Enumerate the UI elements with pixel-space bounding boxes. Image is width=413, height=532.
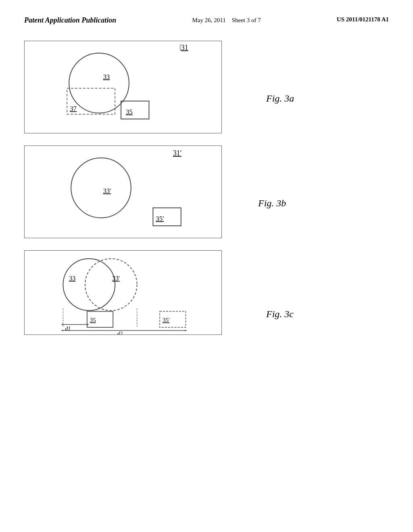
header-sheet: Sheet 3 of 7 <box>232 17 261 23</box>
fig-3a-label: Fig. 3a <box>266 93 294 104</box>
label-37: 37 <box>70 105 77 112</box>
header: Patent Application Publication May 26, 2… <box>0 0 413 33</box>
figure-3c-svg: 33 33' 35 35' <box>25 251 221 335</box>
label-35: 35 <box>126 108 133 116</box>
header-date: May 26, 2011 <box>192 17 225 23</box>
fig-3c-label: Fig. 3c <box>266 309 294 320</box>
header-center: May 26, 2011 Sheet 3 of 7 <box>192 16 261 25</box>
svg-marker-17 <box>185 330 187 331</box>
diagrams-column: 31 33 37 35 31' <box>24 41 250 343</box>
figure-3a-svg: 31 33 37 35 <box>25 41 221 133</box>
label-33p: 33' <box>103 187 111 195</box>
fig-3b-label: Fig. 3b <box>258 198 286 209</box>
label-33c: 33 <box>69 275 75 282</box>
svg-point-1 <box>69 53 129 113</box>
label-35p: 35' <box>156 215 164 222</box>
label-35pc: 35' <box>163 317 170 323</box>
svg-rect-3 <box>121 101 149 119</box>
svg-point-7 <box>85 259 137 311</box>
header-left-label: Patent Application Publication <box>24 16 116 25</box>
label-33: 33 <box>103 73 110 81</box>
svg-point-6 <box>63 259 115 311</box>
label-31p: 31' <box>173 149 181 157</box>
svg-marker-16 <box>61 330 63 331</box>
page: Patent Application Publication May 26, 2… <box>0 0 413 532</box>
svg-marker-14 <box>87 324 89 325</box>
figure-3a-box: 31 33 37 35 <box>24 41 222 133</box>
label-31: 31 <box>181 44 188 52</box>
figure-3c-box: 33 33' 35 35' <box>24 250 222 335</box>
svg-marker-13 <box>61 324 63 325</box>
label-d2: d2 <box>117 331 123 335</box>
main-content: 31 33 37 35 31' <box>0 33 413 351</box>
label-d1: d1 <box>65 326 71 332</box>
header-right-label: US 2011/0121178 A1 <box>337 16 389 23</box>
figure-3b-svg: 31' 33' 35' <box>25 146 221 238</box>
figure-3b-box: 31' 33' 35' <box>24 145 222 238</box>
label-33pc: 33' <box>112 275 120 282</box>
svg-point-4 <box>71 158 131 218</box>
labels-column: Fig. 3a Fig. 3b Fig. 3c <box>250 41 397 343</box>
label-35c: 35 <box>90 317 96 323</box>
